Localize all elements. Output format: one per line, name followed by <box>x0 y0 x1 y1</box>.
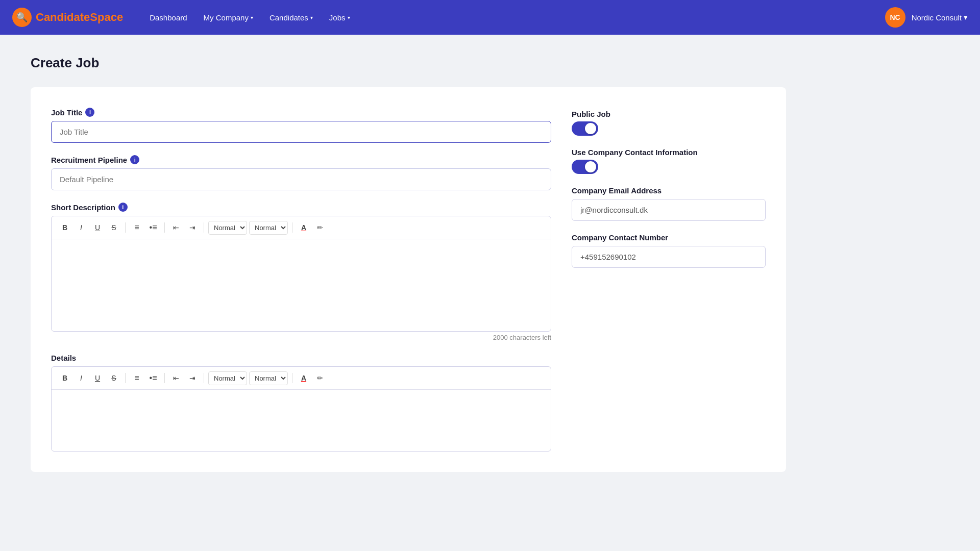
navbar: 🔍 CandidateSpace Dashboard My Company ▾ … <box>0 0 980 35</box>
company-phone-label: Company Contact Number <box>572 233 766 242</box>
bold-button-1[interactable]: B <box>58 220 72 235</box>
company-phone-input[interactable] <box>572 246 766 268</box>
strikethrough-button-2[interactable]: S <box>107 371 121 385</box>
short-description-chars: 2000 characters left <box>51 334 551 341</box>
company-email-group: Company Email Address <box>572 186 766 221</box>
align-right-button-1[interactable]: ⇥ <box>185 220 200 235</box>
public-job-label: Public Job <box>572 110 766 118</box>
user-avatar: NC <box>885 7 905 28</box>
underline-button-2[interactable]: U <box>90 371 105 385</box>
create-job-form: Job Title i Recruitment Pipeline i <box>31 87 786 472</box>
nav-candidates[interactable]: Candidates ▾ <box>263 10 319 25</box>
job-title-info-icon[interactable]: i <box>85 108 94 117</box>
page-title: Create Job <box>31 55 949 71</box>
use-company-contact-toggle[interactable] <box>572 160 598 174</box>
heading-select-2[interactable]: Normal <box>249 371 288 385</box>
strikethrough-button-1[interactable]: S <box>107 220 121 235</box>
short-description-group: Short Description i B I U S ≡ •≡ <box>51 203 551 341</box>
align-left-button-1[interactable]: ⇤ <box>169 220 183 235</box>
navbar-right: NC Nordic Consult ▾ <box>885 7 968 28</box>
job-title-label: Job Title i <box>51 108 551 117</box>
text-color-button-1[interactable]: A <box>297 220 311 235</box>
italic-button-1[interactable]: I <box>74 220 88 235</box>
job-title-group: Job Title i <box>51 108 551 143</box>
details-group: Details B I U S ≡ •≡ ⇤ ⇥ <box>51 354 551 452</box>
logo-icon: 🔍 <box>12 8 32 27</box>
nav-jobs[interactable]: Jobs ▾ <box>323 10 356 25</box>
toolbar-sep-3 <box>204 222 204 233</box>
nav-links: Dashboard My Company ▾ Candidates ▾ Jobs… <box>143 10 356 25</box>
job-title-input[interactable] <box>51 121 551 143</box>
nav-dashboard[interactable]: Dashboard <box>143 10 193 25</box>
company-phone-group: Company Contact Number <box>572 233 766 268</box>
highlight-button-2[interactable]: ✏ <box>313 371 327 385</box>
toolbar-sep-4 <box>292 222 292 233</box>
font-size-select-2[interactable]: Normal <box>208 371 247 385</box>
text-color-button-2[interactable]: A <box>297 371 311 385</box>
recruitment-pipeline-label: Recruitment Pipeline i <box>51 155 551 164</box>
underline-button-1[interactable]: U <box>90 220 105 235</box>
toolbar-sep-5 <box>125 373 126 383</box>
company-caret: ▾ <box>964 13 968 22</box>
toolbar-sep-1 <box>125 222 126 233</box>
company-email-label: Company Email Address <box>572 186 766 195</box>
font-size-select-1[interactable]: Normal <box>208 221 247 235</box>
unordered-list-button-1[interactable]: •≡ <box>146 220 160 235</box>
highlight-button-1[interactable]: ✏ <box>313 220 327 235</box>
align-left-button-2[interactable]: ⇤ <box>169 371 183 385</box>
form-right: Public Job Use Company Contact Informati… <box>572 108 766 452</box>
short-description-body[interactable] <box>52 239 551 331</box>
candidates-caret: ▾ <box>310 15 313 20</box>
unordered-list-button-2[interactable]: •≡ <box>146 371 160 385</box>
toolbar-sep-8 <box>292 373 292 383</box>
toolbar-sep-6 <box>164 373 165 383</box>
toolbar-sep-7 <box>204 373 204 383</box>
short-description-label: Short Description i <box>51 203 551 212</box>
short-description-toolbar: B I U S ≡ •≡ ⇤ ⇥ Normal <box>52 216 551 239</box>
align-right-button-2[interactable]: ⇥ <box>185 371 200 385</box>
use-company-contact-label: Use Company Contact Information <box>572 148 766 157</box>
ordered-list-button-2[interactable]: ≡ <box>130 371 144 385</box>
logo[interactable]: 🔍 CandidateSpace <box>12 8 123 27</box>
short-description-info-icon[interactable]: i <box>118 203 128 212</box>
use-company-contact-group: Use Company Contact Information <box>572 148 766 174</box>
toolbar-sep-2 <box>164 222 165 233</box>
bold-button-2[interactable]: B <box>58 371 72 385</box>
public-job-group: Public Job <box>572 110 766 136</box>
public-job-toggle-wrapper <box>572 121 766 136</box>
company-email-input[interactable] <box>572 199 766 221</box>
my-company-caret: ▾ <box>251 15 253 20</box>
details-editor: B I U S ≡ •≡ ⇤ ⇥ Normal <box>51 366 551 452</box>
form-left: Job Title i Recruitment Pipeline i <box>51 108 551 452</box>
details-body[interactable] <box>52 390 551 451</box>
recruitment-pipeline-group: Recruitment Pipeline i <box>51 155 551 190</box>
public-job-toggle[interactable] <box>572 121 598 136</box>
details-label: Details <box>51 354 551 362</box>
recruitment-pipeline-info-icon[interactable]: i <box>130 155 139 164</box>
ordered-list-button-1[interactable]: ≡ <box>130 220 144 235</box>
heading-select-1[interactable]: Normal <box>249 221 288 235</box>
details-toolbar: B I U S ≡ •≡ ⇤ ⇥ Normal <box>52 367 551 390</box>
logo-text: CandidateSpace <box>36 11 123 24</box>
page-content: Create Job Job Title i Recruitment Pipel… <box>0 35 980 492</box>
use-company-contact-toggle-wrapper <box>572 160 766 174</box>
short-description-editor: B I U S ≡ •≡ ⇤ ⇥ Normal <box>51 216 551 332</box>
company-name-button[interactable]: Nordic Consult ▾ <box>912 13 968 22</box>
italic-button-2[interactable]: I <box>74 371 88 385</box>
recruitment-pipeline-input[interactable] <box>51 168 551 190</box>
navbar-left: 🔍 CandidateSpace Dashboard My Company ▾ … <box>12 8 356 27</box>
nav-my-company[interactable]: My Company ▾ <box>198 10 259 25</box>
jobs-caret: ▾ <box>348 15 350 20</box>
